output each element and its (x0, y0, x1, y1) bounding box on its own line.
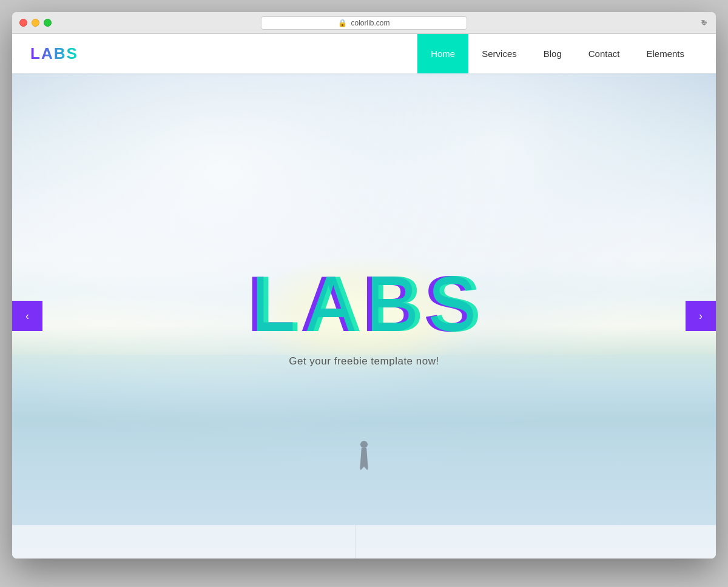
hero-logo: LABS LABS (247, 264, 481, 343)
address-bar[interactable]: 🔒 colorlib.com (261, 16, 467, 30)
nav-contact[interactable]: Contact (575, 34, 633, 73)
nav-blog[interactable]: Blog (530, 34, 575, 73)
maximize-button[interactable] (44, 19, 52, 27)
carousel-next-button[interactable]: › (686, 301, 716, 331)
hero-section: ‹ › LABS LABS Get your freebie template … (12, 73, 716, 558)
bottom-bar-section-2 (374, 525, 716, 558)
url-text: colorlib.com (351, 19, 389, 27)
minimize-button[interactable] (32, 19, 39, 27)
lock-icon: 🔒 (338, 19, 347, 27)
carousel-prev-button[interactable]: ‹ (12, 301, 42, 331)
person-silhouette (358, 441, 370, 471)
hero-logo-text: LABS LABS (247, 264, 481, 343)
hero-subtitle: Get your freebie template now! (289, 355, 439, 367)
close-button[interactable] (19, 19, 27, 27)
traffic-lights (19, 19, 52, 27)
bottom-bar-section-1 (12, 525, 356, 558)
bottom-bar (12, 525, 716, 558)
new-tab-button[interactable]: + (701, 16, 707, 29)
nav-services[interactable]: Services (468, 34, 530, 73)
website-content: LABS Home Services Blog Contact Elements… (12, 34, 716, 558)
hero-logo-front: LABS (252, 264, 486, 343)
nav-elements[interactable]: Elements (633, 34, 698, 73)
navbar: LABS Home Services Blog Contact Elements (12, 34, 716, 73)
nav-links: Home Services Blog Contact Elements (417, 34, 698, 73)
browser-chrome: 🔒 colorlib.com ↻ + (12, 12, 716, 34)
nav-home[interactable]: Home (417, 34, 468, 73)
site-logo[interactable]: LABS (30, 44, 78, 63)
bottom-bar-section-gap (356, 525, 374, 558)
browser-window: 🔒 colorlib.com ↻ + LABS Home Services Bl… (12, 12, 716, 558)
hero-content: LABS LABS Get your freebie template now! (247, 264, 481, 367)
